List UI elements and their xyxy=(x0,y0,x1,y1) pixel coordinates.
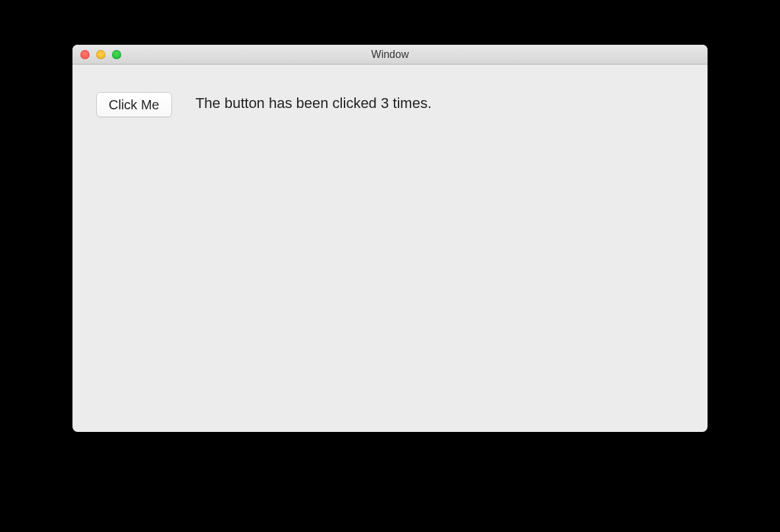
window-title: Window xyxy=(72,49,708,61)
minimize-icon[interactable] xyxy=(96,50,105,59)
zoom-icon[interactable] xyxy=(112,50,121,59)
close-icon[interactable] xyxy=(80,50,90,59)
titlebar[interactable]: Window xyxy=(72,45,708,65)
window-content: Click Me The button has been clicked 3 t… xyxy=(72,65,708,432)
app-window: Window Click Me The button has been clic… xyxy=(72,45,708,432)
click-count-label: The button has been clicked 3 times. xyxy=(196,92,432,112)
traffic-lights xyxy=(72,50,121,59)
click-me-button[interactable]: Click Me xyxy=(96,92,172,117)
